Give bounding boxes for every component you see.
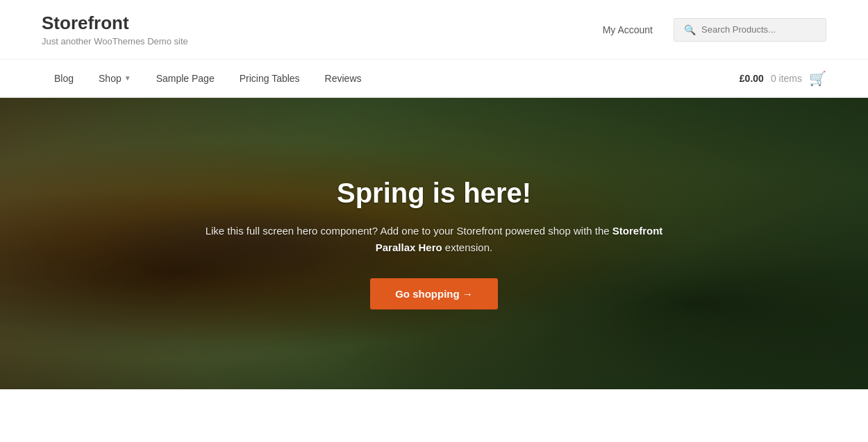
site-tagline: Just another WooThemes Demo site bbox=[42, 36, 188, 46]
search-input[interactable] bbox=[701, 24, 816, 35]
site-header: Storefront Just another WooThemes Demo s… bbox=[0, 0, 868, 98]
header-top: Storefront Just another WooThemes Demo s… bbox=[0, 0, 868, 60]
hero-title: Spring is here! bbox=[205, 178, 663, 209]
my-account-link[interactable]: My Account bbox=[603, 24, 653, 35]
header-right: My Account 🔍 bbox=[603, 18, 826, 42]
hero-description: Like this full screen hero component? Ad… bbox=[205, 223, 663, 256]
search-icon: 🔍 bbox=[684, 24, 696, 35]
hero-section: Spring is here! Like this full screen he… bbox=[0, 98, 868, 389]
site-title: Storefront bbox=[42, 12, 188, 34]
cart-icon: 🛒 bbox=[809, 70, 826, 87]
hero-content: Spring is here! Like this full screen he… bbox=[191, 164, 677, 323]
chevron-down-icon: ▼ bbox=[124, 74, 131, 82]
cart-items-label: 0 items bbox=[771, 73, 802, 84]
cart-price: £0.00 bbox=[740, 73, 764, 84]
site-branding: Storefront Just another WooThemes Demo s… bbox=[42, 12, 188, 46]
nav-item-pricing-tables[interactable]: Pricing Tables bbox=[227, 60, 312, 96]
nav-item-blog[interactable]: Blog bbox=[42, 60, 86, 96]
nav-item-reviews[interactable]: Reviews bbox=[312, 60, 374, 96]
nav-item-shop[interactable]: Shop ▼ bbox=[86, 60, 144, 96]
go-shopping-button[interactable]: Go shopping → bbox=[370, 278, 498, 309]
nav-bar: Blog Shop ▼ Sample Page Pricing Tables R… bbox=[0, 60, 868, 98]
search-box: 🔍 bbox=[674, 18, 826, 42]
cart-area[interactable]: £0.00 0 items 🛒 bbox=[740, 70, 826, 87]
nav-item-sample-page[interactable]: Sample Page bbox=[144, 60, 227, 96]
nav-links: Blog Shop ▼ Sample Page Pricing Tables R… bbox=[42, 60, 374, 96]
